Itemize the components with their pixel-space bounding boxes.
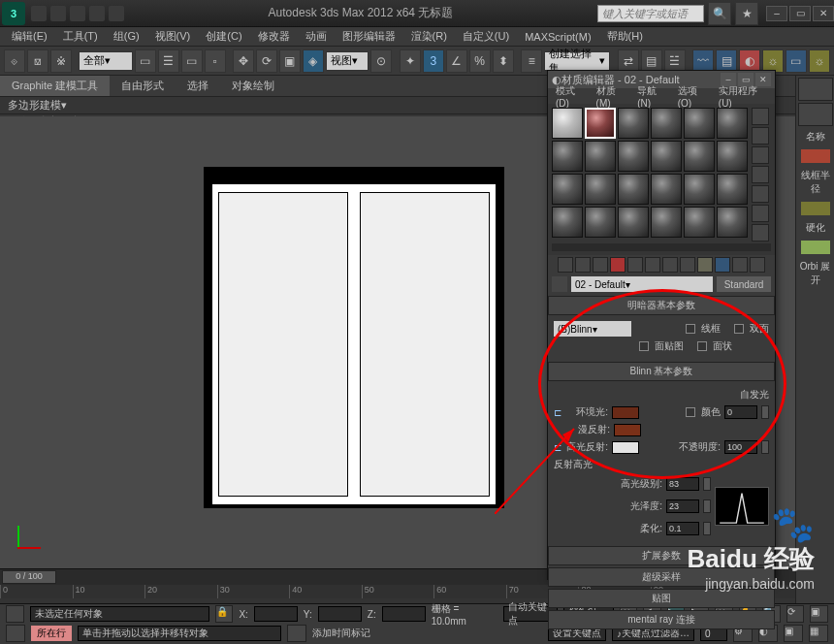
- qat-save-icon[interactable]: [70, 6, 85, 21]
- zoom-ext-all-icon[interactable]: ▦: [809, 625, 828, 642]
- menu-customize[interactable]: 自定义(U): [457, 27, 515, 46]
- schematic-icon[interactable]: ▤: [716, 49, 737, 73]
- named-selection-combo[interactable]: 创建选择集 ▾: [544, 51, 610, 71]
- rotate-icon[interactable]: ⟳: [256, 49, 277, 73]
- mated-menu-nav[interactable]: 导航(N): [633, 84, 672, 109]
- diffuse-swatch[interactable]: [614, 424, 641, 436]
- manip-icon[interactable]: ✦: [400, 49, 421, 73]
- sample-slot[interactable]: [717, 207, 748, 238]
- sample-slot[interactable]: [585, 141, 616, 172]
- opacity-spinner[interactable]: 100: [724, 440, 757, 454]
- put-to-scene-icon[interactable]: [575, 257, 591, 273]
- sample-slot[interactable]: [717, 108, 748, 139]
- listener-icon[interactable]: [6, 625, 25, 642]
- video-check-icon[interactable]: [752, 185, 769, 203]
- make-unique-icon[interactable]: [645, 257, 660, 273]
- spinner-buttons-icon[interactable]: [703, 522, 711, 535]
- menu-animation[interactable]: 动画: [300, 27, 333, 46]
- copy-icon[interactable]: [627, 257, 643, 273]
- qat-redo-icon[interactable]: [109, 6, 124, 21]
- search-icon[interactable]: 🔍: [708, 2, 731, 25]
- app-logo-icon[interactable]: 3: [2, 2, 25, 25]
- cmd-tab-create-icon[interactable]: [798, 78, 833, 101]
- mated-menu-util[interactable]: 实用程序(U): [715, 84, 771, 109]
- sample-slot[interactable]: [684, 108, 715, 139]
- mated-menu-options[interactable]: 选项(O): [674, 84, 713, 109]
- specular-swatch[interactable]: [612, 441, 639, 454]
- mated-hscrollbar[interactable]: [552, 243, 771, 251]
- lock-icon[interactable]: 🔒: [215, 605, 234, 623]
- sample-slot[interactable]: [684, 141, 715, 172]
- layer-icon[interactable]: ☱: [664, 49, 686, 73]
- gloss-spinner[interactable]: 23: [666, 499, 699, 513]
- spinner-buttons-icon[interactable]: [761, 440, 769, 454]
- sample-slot[interactable]: [585, 174, 616, 205]
- render-setup-icon[interactable]: ☼: [762, 49, 784, 73]
- cmd-tab-modify-icon[interactable]: [798, 103, 833, 126]
- chk-selfillum-color[interactable]: [686, 407, 695, 417]
- material-editor-icon[interactable]: ◐: [739, 49, 760, 73]
- coord-x[interactable]: [254, 606, 298, 622]
- sample-slot[interactable]: [651, 207, 682, 238]
- preview-icon[interactable]: [752, 205, 769, 222]
- rollout-mr-header[interactable]: mental ray 连接: [548, 610, 775, 629]
- refcoord-icon[interactable]: ◈: [303, 49, 324, 73]
- pivot-icon[interactable]: ⊙: [370, 49, 392, 73]
- star-icon[interactable]: ★: [735, 2, 758, 25]
- rollout-ext-header[interactable]: 扩展参数: [548, 546, 775, 565]
- selfillum-spinner[interactable]: 0: [724, 405, 757, 419]
- zoom-ext-icon[interactable]: ▣: [784, 625, 803, 642]
- sample-slot[interactable]: [651, 108, 682, 139]
- scale-icon[interactable]: ▣: [279, 49, 301, 73]
- spec-level-spinner[interactable]: 83: [666, 477, 699, 491]
- qat-undo-icon[interactable]: [89, 6, 105, 21]
- menu-group[interactable]: 组(G): [108, 27, 145, 46]
- close-icon[interactable]: ✕: [813, 6, 834, 21]
- material-type-button[interactable]: Standard: [717, 276, 771, 292]
- curve-editor-icon[interactable]: 〰: [692, 49, 714, 73]
- shader-combo[interactable]: (B)Blinn ▾: [554, 321, 631, 337]
- go-sibling-icon[interactable]: [750, 257, 765, 273]
- sample-slot[interactable]: [651, 174, 682, 205]
- rollout-shader-header[interactable]: 明暗器基本参数: [548, 296, 775, 315]
- help-search-input[interactable]: [597, 5, 704, 22]
- rollout-maps-header[interactable]: 贴图: [548, 589, 775, 608]
- window-crossing-icon[interactable]: ▫: [205, 49, 226, 73]
- spinner-snap-icon[interactable]: ⬍: [493, 49, 514, 73]
- sample-slot[interactable]: [684, 174, 715, 205]
- render-icon[interactable]: ☼: [809, 49, 830, 73]
- unlink-icon[interactable]: ⟏: [27, 49, 48, 73]
- select-region-icon[interactable]: ▭: [181, 49, 203, 73]
- snap-toggle-icon[interactable]: 3: [423, 49, 444, 73]
- menu-create[interactable]: 创建(C): [200, 27, 247, 46]
- qat-new-icon[interactable]: [31, 6, 47, 21]
- maximize-icon[interactable]: ▭: [789, 6, 811, 21]
- isolate-icon[interactable]: [287, 625, 306, 642]
- sample-slot-selected[interactable]: [585, 108, 616, 139]
- select-icon[interactable]: ▭: [135, 49, 156, 73]
- material-name-combo[interactable]: 02 - Default ▾: [571, 276, 713, 292]
- mirror-icon[interactable]: ⇄: [618, 49, 639, 73]
- sample-slot[interactable]: [552, 174, 583, 205]
- sample-slot[interactable]: [618, 108, 649, 139]
- coord-y[interactable]: [318, 606, 362, 622]
- options-icon[interactable]: [752, 224, 769, 242]
- refcoord-combo[interactable]: 视图 ▾: [326, 51, 369, 71]
- show-in-vp-icon[interactable]: [697, 257, 713, 273]
- mated-menu-modes[interactable]: 模式(D): [552, 84, 591, 109]
- assign-icon[interactable]: [593, 257, 608, 273]
- menu-maxscript[interactable]: MAXScript(M): [519, 29, 596, 45]
- sample-slot[interactable]: [651, 141, 682, 172]
- menu-rendering[interactable]: 渲染(R): [405, 27, 453, 46]
- rollout-ss-header[interactable]: 超级采样: [548, 567, 775, 587]
- named-sel-icon[interactable]: ≡: [521, 49, 542, 73]
- add-time-tag[interactable]: 添加时间标记: [312, 627, 370, 640]
- pick-icon[interactable]: [552, 276, 567, 292]
- bg-icon[interactable]: [752, 146, 769, 164]
- sample-slot[interactable]: [618, 141, 649, 172]
- menu-views[interactable]: 视图(V): [149, 27, 197, 46]
- backlight-icon[interactable]: [752, 127, 769, 145]
- listener-prompt[interactable]: 所在行: [31, 626, 72, 641]
- select-name-icon[interactable]: ☰: [158, 49, 179, 73]
- maxscript-mini-icon[interactable]: [6, 605, 24, 623]
